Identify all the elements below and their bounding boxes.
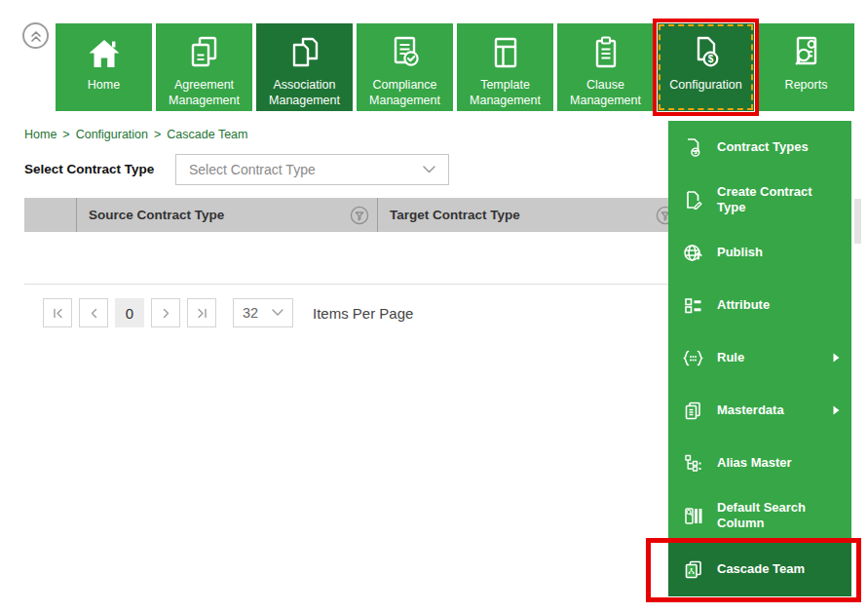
grid-header-source-contract-type[interactable]: Source Contract Type (76, 198, 377, 232)
grid-header-row: Source Contract Type Target Contract Typ… (24, 198, 683, 232)
home-icon (56, 32, 152, 75)
menu-item-create-contract-type[interactable]: Create Contract Type (668, 173, 851, 226)
nav-tile-label: Agreement Management (159, 77, 249, 109)
configuration-menu: $ Contract Types Create Contract Type Pu… (668, 121, 851, 596)
nav-tile-association-management[interactable]: Association Management (256, 23, 353, 111)
last-page-button[interactable] (187, 298, 216, 327)
publish-icon (681, 242, 704, 264)
breadcrumb-item-configuration[interactable]: Configuration (76, 128, 148, 141)
menu-item-label: Default Search Column (717, 500, 842, 532)
template-management-icon (457, 32, 553, 75)
breadcrumb-separator: > (154, 128, 161, 141)
first-page-button[interactable] (43, 298, 72, 327)
select-contract-type-label: Select Contract Type (24, 162, 154, 176)
nav-tile-clause-management[interactable]: Clause Management (557, 23, 654, 111)
default-search-column-icon (681, 505, 704, 527)
rule-icon (681, 347, 704, 369)
attribute-icon (681, 294, 704, 317)
top-navigation: Home Agreement Management Association Ma… (56, 23, 854, 111)
contract-type-dropdown[interactable]: Select Contract Type (175, 154, 449, 185)
clause-management-icon (557, 32, 654, 75)
menu-item-alias-master[interactable]: Alias Master (668, 437, 851, 489)
association-management-icon (256, 32, 353, 75)
contract-type-dropdown-placeholder: Select Contract Type (189, 162, 316, 177)
breadcrumb-item-cascade-team[interactable]: Cascade Team (167, 128, 247, 141)
scrollbar[interactable] (854, 199, 861, 244)
breadcrumb-separator: > (62, 128, 69, 141)
contract-types-icon: $ (681, 136, 704, 159)
nav-tile-compliance-management[interactable]: Compliance Management (357, 23, 453, 111)
nav-tile-label: Template Management (460, 77, 550, 109)
reports-icon (758, 32, 854, 75)
first-page-icon (52, 307, 64, 320)
menu-item-contract-types[interactable]: $ Contract Types (668, 121, 851, 173)
column-title: Target Contract Type (390, 208, 520, 222)
page-size-dropdown[interactable]: 32 (233, 298, 293, 327)
grid-empty-row (24, 232, 683, 271)
grid-header-target-contract-type[interactable]: Target Contract Type (377, 198, 683, 232)
menu-item-attribute[interactable]: Attribute (668, 279, 851, 331)
nav-tile-label: Association Management (259, 77, 350, 109)
menu-item-label: Create Contract Type (717, 184, 842, 216)
chevron-down-icon (423, 166, 435, 173)
nav-tile-reports[interactable]: Reports (758, 23, 854, 111)
alias-master-icon (681, 452, 704, 475)
menu-item-rule[interactable]: Rule (668, 331, 851, 384)
next-page-button[interactable] (151, 298, 180, 327)
menu-item-label: Alias Master (717, 455, 842, 471)
menu-item-label: Contract Types (717, 139, 842, 155)
grid-header-blank-cell (24, 198, 76, 232)
menu-item-label: Attribute (717, 297, 842, 313)
items-per-page-label: Items Per Page (313, 305, 413, 322)
menu-item-cascade-team[interactable]: Cascade Team (668, 542, 851, 596)
masterdata-icon (681, 400, 704, 422)
chevron-down-icon (272, 309, 283, 317)
filter-icon[interactable] (350, 206, 369, 225)
cascade-team-icon (681, 558, 704, 581)
nav-tile-configuration[interactable]: $ Configuration (658, 23, 754, 111)
menu-item-label: Cascade Team (717, 561, 842, 577)
create-contract-type-icon (681, 189, 704, 211)
current-page-button[interactable]: 0 (115, 298, 144, 327)
nav-tile-template-management[interactable]: Template Management (457, 23, 553, 111)
prev-page-icon (88, 307, 100, 320)
nav-tile-label: Compliance Management (359, 77, 450, 109)
page-size-value: 32 (243, 305, 258, 321)
submenu-arrow-icon (833, 405, 840, 415)
nav-tile-home[interactable]: Home (56, 23, 152, 111)
collapse-ribbon-button[interactable] (22, 22, 49, 49)
breadcrumb: Home > Configuration > Cascade Team (24, 128, 247, 141)
previous-page-button[interactable] (79, 298, 108, 327)
next-page-icon (160, 307, 172, 320)
breadcrumb-item-home[interactable]: Home (24, 128, 57, 141)
column-title: Source Contract Type (89, 208, 224, 222)
menu-item-label: Publish (717, 245, 842, 260)
menu-item-publish[interactable]: Publish (668, 226, 851, 279)
nav-tile-label: Clause Management (560, 77, 651, 109)
svg-text:$: $ (707, 54, 713, 64)
submenu-arrow-icon (833, 353, 840, 363)
nav-tile-label: Home (58, 77, 149, 93)
chevron-double-up-icon (28, 28, 44, 44)
nav-tile-agreement-management[interactable]: Agreement Management (156, 23, 252, 111)
last-page-icon (196, 307, 208, 320)
menu-item-default-search-column[interactable]: Default Search Column (668, 489, 851, 542)
agreement-management-icon (156, 32, 252, 75)
cascade-team-grid: Source Contract Type Target Contract Typ… (24, 198, 683, 271)
menu-item-masterdata[interactable]: Masterdata (668, 384, 851, 437)
compliance-management-icon (357, 32, 453, 75)
configuration-icon: $ (658, 32, 754, 75)
nav-tile-label: Configuration (660, 77, 751, 93)
pager: 0 32 Items Per Page (43, 298, 413, 327)
menu-item-label: Masterdata (717, 402, 820, 418)
menu-item-label: Rule (717, 350, 820, 365)
nav-tile-label: Reports (761, 77, 851, 93)
